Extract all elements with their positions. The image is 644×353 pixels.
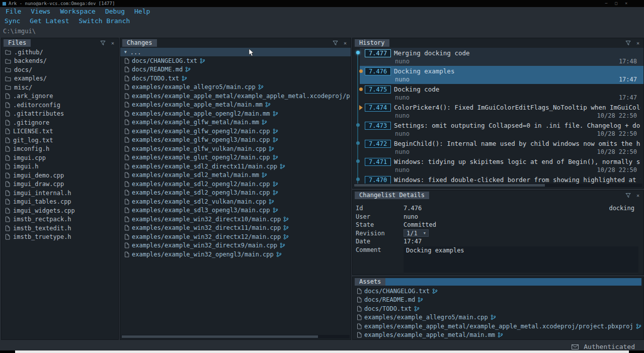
file-name: imgui_draw.cpp [13,181,64,188]
changed-file-row[interactable]: examples/example_sdl3_opengl3/main.cpp [120,206,351,215]
history-commit-row[interactable]: 7.477 Merging docking code nuno 17:48 [353,48,643,66]
changed-file-row[interactable]: docs/README.md [353,296,643,305]
changed-file-row[interactable]: examples/example_glfw_opengl3/main.cpp [120,136,351,145]
sync-button[interactable]: Sync [5,17,20,25]
minimize-icon[interactable]: – [605,0,608,7]
changed-file-row[interactable]: examples/example_win32_directx12/main.cp… [120,232,351,241]
changed-file-row[interactable]: docs/TODO.txt [353,304,643,313]
close-icon[interactable]: ✕ [634,40,641,47]
file-icon [124,225,129,231]
file-tree-item[interactable]: .ark_ignore [2,92,118,101]
file-tree-item[interactable]: imgui_widgets.cpp [2,206,118,215]
file-tree-item[interactable]: .github/ [2,48,118,57]
scrollbar-thumb[interactable] [122,335,318,338]
file-tree-item[interactable]: imgui_internal.h [2,189,118,198]
file-tree-item[interactable]: .editorconfig [2,101,118,110]
changed-file-path: examples/example_win32_directx9/main.cpp [132,242,277,249]
changes-root-row[interactable]: ▼ ... [120,48,351,56]
file-tree-item[interactable]: imconfig.h [2,145,118,154]
close-window-icon[interactable]: ✕ [625,0,627,7]
details-panel-title: Changelist Details [355,192,429,199]
file-tree-item[interactable]: examples/ [2,74,118,83]
changed-file-row[interactable]: examples/example_sdl2_vulkan/main.cpp [120,197,351,206]
file-tree-item[interactable]: imstb_rectpack.h [2,215,118,224]
changed-file-row[interactable]: examples/example_allegro5/main.cpp [353,313,643,322]
changed-file-row[interactable]: examples/example_apple_metal/example_app… [353,322,643,331]
maximize-icon[interactable]: □ [615,0,617,7]
menu-workspace[interactable]: Workspace [60,8,95,15]
branch-icon [273,207,278,213]
close-icon[interactable]: ✕ [342,40,349,47]
changed-file-row[interactable]: examples/example_glfw_opengl2/main.cpp [120,127,351,136]
menu-debug[interactable]: Debug [105,8,125,15]
filter-icon[interactable] [332,40,339,47]
file-tree-item[interactable]: misc/ [2,83,118,92]
changes-root-label: ... [130,49,141,56]
changed-file-row[interactable]: docs/TODO.txt [120,74,351,83]
file-tree-item[interactable]: docs/ [2,65,118,74]
changed-file-row[interactable]: docs/README.md [120,65,351,74]
close-icon[interactable]: ✕ [634,192,641,199]
scrollbar-thumb[interactable] [354,184,545,187]
file-tree-item[interactable]: imgui.cpp [2,153,118,162]
file-tree-item[interactable]: imgui_draw.cpp [2,180,118,189]
branch-icon [498,332,503,338]
file-icon [357,306,362,312]
changed-file-row[interactable]: docs/CHANGELOG.txt [353,287,643,296]
filter-icon[interactable] [624,192,631,199]
changed-file-row[interactable]: examples/example_win32_opengl3/main.cpp [120,250,351,259]
changed-file-row[interactable]: examples/example_apple_metal/example_app… [120,92,351,101]
file-tree-item[interactable]: imgui_demo.cpp [2,171,118,180]
commit-revision-badge: 7.475 [365,85,391,94]
changed-file-row[interactable]: examples/example_glfw_metal/main.mm [120,118,351,127]
history-commit-row[interactable]: 7.473 Settings: omit outputing Collapsed… [353,120,643,138]
changed-file-row[interactable]: examples/example_glut_opengl2/main.cpp [120,153,351,162]
file-tree-item[interactable]: imstb_truetype.h [2,233,118,242]
menu-help[interactable]: Help [134,8,150,15]
changed-file-row[interactable]: examples/example_sdl2_opengl3/main.cpp [120,189,351,198]
filter-icon[interactable] [99,40,106,47]
history-commit-row[interactable]: 7.470 Windows: fixed double-clicked bord… [353,174,643,185]
changed-file-row[interactable]: examples/example_win32_directx10/main.cp… [120,215,351,224]
changed-file-row[interactable]: docs/CHANGELOG.txt [120,56,351,65]
changed-file-row[interactable]: examples/example_apple_metal/main.mm [353,331,643,340]
revision-selector[interactable]: 1/1 ▼ [404,229,429,237]
changed-file-row[interactable]: examples/example_allegro5/main.cpp [120,83,351,92]
changed-file-row[interactable]: examples/example_apple_metal/main.mm [120,101,351,110]
file-tree-item[interactable]: .gitignore [2,118,118,127]
switch-branch-button[interactable]: Switch Branch [79,17,130,25]
menu-file[interactable]: File [6,8,21,15]
assets-header-highlight [385,278,641,286]
file-icon [124,154,129,160]
file-name: git_log.txt [13,137,53,144]
file-tree-item[interactable]: imgui.h [2,162,118,171]
history-commit-row[interactable]: 7.474 ColorPicker4(): Fixed ImGuiColorEd… [353,102,643,120]
filter-icon[interactable] [624,40,631,47]
changed-file-row[interactable]: examples/example_win32_directx11/main.cp… [120,224,351,233]
assets-list: docs/CHANGELOG.txt docs/README.md docs/T… [353,287,643,339]
changed-file-row[interactable]: examples/example_sdl2_directx11/main.cpp [120,162,351,171]
chevron-down-icon[interactable]: ▼ [124,50,127,54]
file-tree-item[interactable]: backends/ [2,57,118,66]
history-commit-row[interactable]: 7.472 BeginChild(): Internal name used b… [353,138,643,156]
history-commit-row[interactable]: 7.471 Windows: tidying up skipitems logi… [353,156,643,174]
menu-views[interactable]: Views [31,8,50,15]
file-tree-item[interactable]: .gitattributes [2,110,118,119]
file-icon [124,146,129,152]
changed-file-row[interactable]: examples/example_sdl2_metal/main.mm [120,171,351,180]
changed-file-row[interactable]: examples/example_sdl2_opengl2/main.cpp [120,180,351,189]
changed-file-path: examples/example_sdl2_metal/main.mm [132,171,259,179]
changed-file-row[interactable]: examples/example_apple_opengl2/main.mm [120,109,351,118]
history-commit-row[interactable]: 7.476 Docking examples nuno 17:47 [353,66,643,84]
close-icon[interactable]: ✕ [109,40,116,47]
get-latest-button[interactable]: Get Latest [30,17,69,25]
file-tree-item[interactable]: LICENSE.txt [2,127,118,136]
detail-row-state: State Committed [356,221,640,229]
changed-file-row[interactable]: examples/example_glfw_vulkan/main.cpp [120,144,351,153]
file-tree-item[interactable]: imgui_tables.cpp [2,198,118,207]
file-tree-item[interactable]: imstb_textedit.h [2,224,118,233]
file-tree-item[interactable]: git_log.txt [2,136,118,145]
changed-file-row[interactable]: examples/example_win32_directx9/main.cpp [120,241,351,250]
branch-icon [185,66,191,72]
history-commit-row[interactable]: 7.475 Docking code nuno 17:47 [353,84,643,102]
